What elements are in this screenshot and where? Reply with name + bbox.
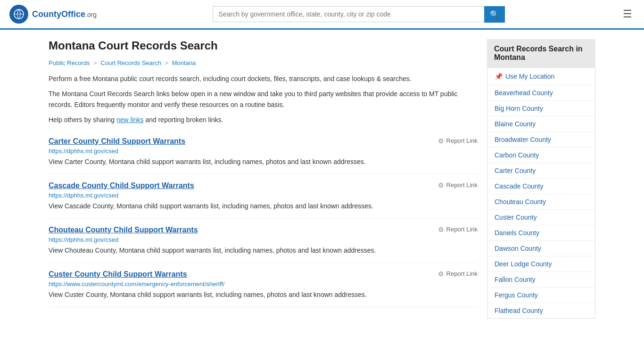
result-title[interactable]: Cascade County Child Support Warrants <box>49 181 194 190</box>
result-title[interactable]: Carter County Child Support Warrants <box>49 137 185 146</box>
use-my-location-label: Use My Location <box>505 73 554 80</box>
result-header: Cascade County Child Support Warrants ⚙ … <box>49 181 478 190</box>
report-link-button[interactable]: ⚙ Report Link <box>438 137 478 145</box>
use-my-location-button[interactable]: 📌 Use My Location <box>487 68 595 85</box>
results-list: Carter County Child Support Warrants ⚙ R… <box>49 130 478 307</box>
description-2: The Montana Court Records Search links b… <box>49 89 478 110</box>
sidebar-item-deerlodge[interactable]: Deer Lodge County <box>487 256 595 272</box>
description-3-suffix: and reporting broken links. <box>144 116 223 123</box>
sidebar-item-fergus[interactable]: Fergus County <box>487 288 595 303</box>
result-item: Cascade County Child Support Warrants ⚙ … <box>49 174 478 219</box>
breadcrumb-sep-2: > <box>165 59 169 66</box>
sidebar-header: Court Records Search in Montana <box>487 39 595 67</box>
result-url[interactable]: https://dphhs.mt.gov/csed <box>49 148 478 155</box>
result-desc: View Carter County, Montana child suppor… <box>49 157 478 167</box>
description-1: Perform a free Montana public court reco… <box>49 74 478 84</box>
sidebar: Court Records Search in Montana 📌 Use My… <box>487 39 595 319</box>
logo-icon <box>9 5 28 24</box>
search-button[interactable]: 🔍 <box>484 6 505 23</box>
sidebar-item-carbon[interactable]: Carbon County <box>487 148 595 163</box>
sidebar-item-daniels[interactable]: Daniels County <box>487 225 595 241</box>
report-link-label: Report Link <box>446 270 478 277</box>
report-icon: ⚙ <box>438 270 444 278</box>
location-pin-icon: 📌 <box>495 73 503 80</box>
report-icon: ⚙ <box>438 226 444 233</box>
report-link-label: Report Link <box>446 181 478 189</box>
result-header: Custer County Child Support Warrants ⚙ R… <box>49 270 478 279</box>
result-title[interactable]: Custer County Child Support Warrants <box>49 270 187 279</box>
result-item: Custer County Child Support Warrants ⚙ R… <box>49 263 478 307</box>
result-header: Chouteau County Child Support Warrants ⚙… <box>49 226 478 234</box>
sidebar-item-custer[interactable]: Custer County <box>487 210 595 225</box>
new-links-link[interactable]: new links <box>116 116 144 123</box>
sidebar-item-cascade[interactable]: Cascade County <box>487 179 595 194</box>
report-link-button[interactable]: ⚙ Report Link <box>438 181 478 189</box>
sidebar-item-blaine[interactable]: Blaine County <box>487 116 595 132</box>
report-link-label: Report Link <box>446 226 478 233</box>
sidebar-item-fallon[interactable]: Fallon County <box>487 272 595 288</box>
main-container: Montana Court Records Search Public Reco… <box>39 30 605 328</box>
sidebar-content: 📌 Use My Location Beaverhead County Big … <box>487 67 595 319</box>
sidebar-item-bighorn[interactable]: Big Horn County <box>487 101 595 116</box>
sidebar-item-beaverhead[interactable]: Beaverhead County <box>487 85 595 101</box>
report-icon: ⚙ <box>438 137 444 145</box>
sidebar-item-flathead[interactable]: Flathead County <box>487 303 595 318</box>
sidebar-item-broadwater[interactable]: Broadwater County <box>487 132 595 148</box>
result-title[interactable]: Chouteau County Child Support Warrants <box>49 226 198 234</box>
header: CountyOffice.org 🔍 ☰ <box>0 0 644 30</box>
result-url[interactable]: https://dphhs.mt.gov/csed <box>49 236 478 243</box>
report-link-label: Report Link <box>446 137 478 144</box>
result-desc: View Custer County, Montana child suppor… <box>49 290 478 300</box>
result-header: Carter County Child Support Warrants ⚙ R… <box>49 137 478 146</box>
search-area: 🔍 <box>213 6 505 23</box>
result-url[interactable]: https://dphhs.mt.gov/csed <box>49 192 478 199</box>
logo-text: CountyOffice.org <box>32 9 97 19</box>
report-icon: ⚙ <box>438 181 444 189</box>
report-link-button[interactable]: ⚙ Report Link <box>438 270 478 278</box>
breadcrumb-court-records[interactable]: Court Records Search <box>100 59 161 66</box>
search-input[interactable] <box>213 6 484 22</box>
result-desc: View Cascade County, Montana child suppo… <box>49 201 478 211</box>
result-url[interactable]: https://www.custercountymt.com/emergency… <box>49 280 478 288</box>
breadcrumb-public-records[interactable]: Public Records <box>49 59 90 66</box>
report-link-button[interactable]: ⚙ Report Link <box>438 226 478 233</box>
page-title: Montana Court Records Search <box>49 39 478 52</box>
result-item: Carter County Child Support Warrants ⚙ R… <box>49 130 478 174</box>
logo-area: CountyOffice.org <box>9 5 97 24</box>
breadcrumb-montana[interactable]: Montana <box>172 59 196 66</box>
description-3-prefix: Help others by sharing <box>49 116 116 123</box>
sidebar-item-dawson[interactable]: Dawson County <box>487 241 595 256</box>
content-area: Montana Court Records Search Public Reco… <box>49 39 478 319</box>
sidebar-item-chouteau[interactable]: Chouteau County <box>487 194 595 210</box>
hamburger-menu-button[interactable]: ☰ <box>620 6 635 23</box>
description-3: Help others by sharing new links and rep… <box>49 115 478 125</box>
breadcrumb: Public Records > Court Records Search > … <box>49 59 478 66</box>
result-item: Chouteau County Child Support Warrants ⚙… <box>49 219 478 263</box>
result-desc: View Chouteau County, Montana child supp… <box>49 246 478 255</box>
breadcrumb-sep-1: > <box>93 59 97 66</box>
sidebar-item-carter[interactable]: Carter County <box>487 163 595 179</box>
